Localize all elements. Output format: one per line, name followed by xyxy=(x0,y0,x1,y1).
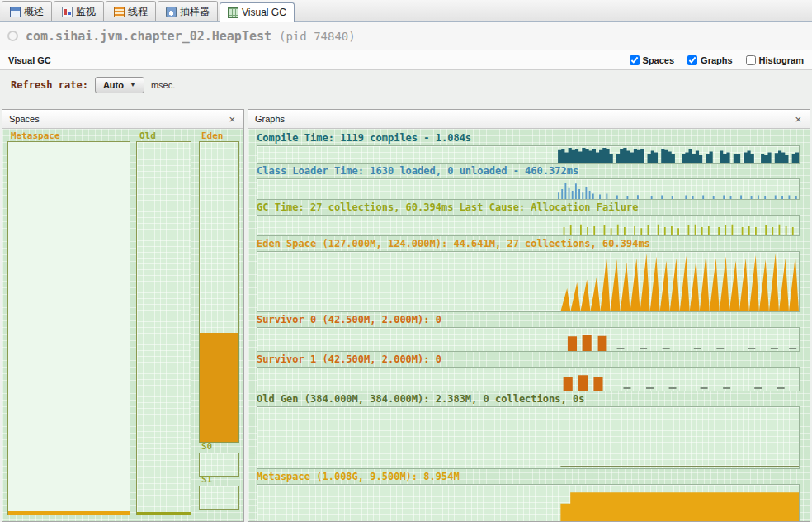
eden-fill xyxy=(200,333,238,442)
checkbox-label: Graphs xyxy=(701,55,733,65)
sampler-icon xyxy=(166,7,177,17)
tab-visual-gc[interactable]: Visual GC xyxy=(220,2,295,22)
graph-chart-survivor-1 xyxy=(257,367,800,392)
checkbox-input-spaces[interactable] xyxy=(630,55,640,65)
graphs-panel-header: Graphs × xyxy=(248,110,810,129)
tab-overview[interactable]: 概述 xyxy=(2,1,52,21)
app-title: com.sihai.jvm.chapter_02.HeapTest xyxy=(26,29,271,44)
graph-title-eden-space: Eden Space (127.000M, 124.000M): 44.641M… xyxy=(257,239,800,249)
spaces-panel-title: Spaces xyxy=(9,114,40,124)
spaces-body: Metaspace Old Eden S0 S1 xyxy=(2,129,243,521)
checkbox-spaces[interactable]: Spaces xyxy=(630,55,675,65)
graph-title-gc-time: GC Time: 27 collections, 60.394ms Last C… xyxy=(257,202,800,213)
graph-chart-class-loader-time xyxy=(257,178,800,200)
old-label: Old xyxy=(139,130,156,141)
graph-chart-gc-time xyxy=(257,215,800,236)
visualvm-window: 概述监视线程抽样器Visual GC com.sihai.jvm.chapter… xyxy=(0,0,812,522)
graph-row-gc-time: GC Time: 27 collections, 60.394ms Last C… xyxy=(257,202,800,236)
threads-icon xyxy=(114,7,125,17)
main-area: Spaces × Metaspace Old Eden S0 xyxy=(0,109,812,522)
graph-chart-compile-time xyxy=(257,145,800,164)
checkbox-label: Spaces xyxy=(643,55,675,65)
metaspace-column xyxy=(7,141,130,515)
graph-chart-survivor-0 xyxy=(257,327,800,352)
tab-label: 监视 xyxy=(76,5,96,19)
graph-title-metaspace: Metaspace (1.008G, 9.500M): 8.954M xyxy=(257,472,800,482)
visualgc-toolbar: Visual GC SpacesGraphsHistogram xyxy=(0,50,812,70)
s1-label: S1 xyxy=(201,474,212,485)
graph-row-eden-space: Eden Space (127.000M, 124.000M): 44.641M… xyxy=(257,239,800,312)
graph-title-survivor-0: Survivor 0 (42.500M, 2.000M): 0 xyxy=(257,315,800,325)
spaces-panel: Spaces × Metaspace Old Eden S0 xyxy=(2,109,244,522)
graph-chart-old-gen xyxy=(257,406,800,469)
spaces-close-icon[interactable]: × xyxy=(227,114,237,125)
eden-column xyxy=(199,141,239,443)
graph-row-old-gen: Old Gen (384.000M, 384.000M): 2.383M, 0 … xyxy=(257,394,800,469)
s0-label: S0 xyxy=(201,441,212,452)
graph-row-compile-time: Compile Time: 1119 compiles - 1.084s xyxy=(257,133,800,164)
graph-title-old-gen: Old Gen (384.000M, 384.000M): 2.383M, 0 … xyxy=(257,394,800,405)
old-fill xyxy=(137,512,191,515)
tab-label: Visual GC xyxy=(242,7,286,18)
graphs-rows: Compile Time: 1119 compiles - 1.084sClas… xyxy=(248,129,810,521)
graph-title-class-loader-time: Class Loader Time: 1630 loaded, 0 unload… xyxy=(257,166,800,177)
checkbox-graphs[interactable]: Graphs xyxy=(687,55,733,65)
graph-title-compile-time: Compile Time: 1119 compiles - 1.084s xyxy=(257,133,800,144)
graph-row-class-loader-time: Class Loader Time: 1630 loaded, 0 unload… xyxy=(257,166,800,200)
refresh-rate-label: Refresh rate: xyxy=(11,79,88,91)
graphs-close-icon[interactable]: × xyxy=(793,114,803,125)
visualgc-icon xyxy=(228,7,238,18)
monitor-icon xyxy=(62,7,73,17)
refresh-rate-dropdown[interactable]: Auto ▼ xyxy=(95,77,144,93)
tab-label: 线程 xyxy=(128,5,148,19)
overview-icon xyxy=(10,7,21,17)
visualgc-toolbar-label: Visual GC xyxy=(8,55,51,65)
graph-row-metaspace: Metaspace (1.008G, 9.500M): 8.954M xyxy=(257,472,800,521)
refresh-rate-unit: msec. xyxy=(151,80,175,90)
checkbox-histogram[interactable]: Histogram xyxy=(746,55,804,65)
chevron-down-icon: ▼ xyxy=(130,81,136,88)
checkbox-label: Histogram xyxy=(759,55,804,65)
checkbox-input-histogram[interactable] xyxy=(746,55,756,65)
tab-label: 抽样器 xyxy=(180,5,210,19)
old-column xyxy=(136,141,191,515)
tabbar: 概述监视线程抽样器Visual GC xyxy=(0,0,812,22)
eden-label: Eden xyxy=(201,130,224,141)
app-header: com.sihai.jvm.chapter_02.HeapTest (pid 7… xyxy=(0,22,812,50)
graph-chart-metaspace xyxy=(257,484,800,521)
graph-title-survivor-1: Survivor 1 (42.500M, 2.000M): 0 xyxy=(257,354,800,365)
metaspace-fill xyxy=(8,511,130,515)
tab-label: 概述 xyxy=(24,5,44,19)
s0-column xyxy=(199,453,239,477)
graph-row-survivor-1: Survivor 1 (42.500M, 2.000M): 0 xyxy=(257,354,800,392)
refresh-rate-bar: Refresh rate: Auto ▼ msec. xyxy=(0,70,812,99)
graph-chart-eden-space xyxy=(257,251,800,312)
tab-monitor[interactable]: 监视 xyxy=(54,1,104,21)
s1-column xyxy=(199,486,239,510)
spaces-panel-header: Spaces × xyxy=(2,110,243,129)
metaspace-label: Metaspace xyxy=(11,130,60,141)
graph-row-survivor-0: Survivor 0 (42.500M, 2.000M): 0 xyxy=(257,315,800,352)
app-pid: (pid 74840) xyxy=(279,30,356,43)
view-checkboxes: SpacesGraphsHistogram xyxy=(630,55,804,65)
tab-threads[interactable]: 线程 xyxy=(106,1,156,21)
app-status-icon xyxy=(7,31,18,41)
graphs-panel: Graphs × Compile Time: 1119 compiles - 1… xyxy=(248,109,810,522)
graphs-panel-title: Graphs xyxy=(255,114,285,124)
checkbox-input-graphs[interactable] xyxy=(687,55,697,65)
tab-sampler[interactable]: 抽样器 xyxy=(158,1,218,21)
refresh-rate-value: Auto xyxy=(103,80,124,90)
